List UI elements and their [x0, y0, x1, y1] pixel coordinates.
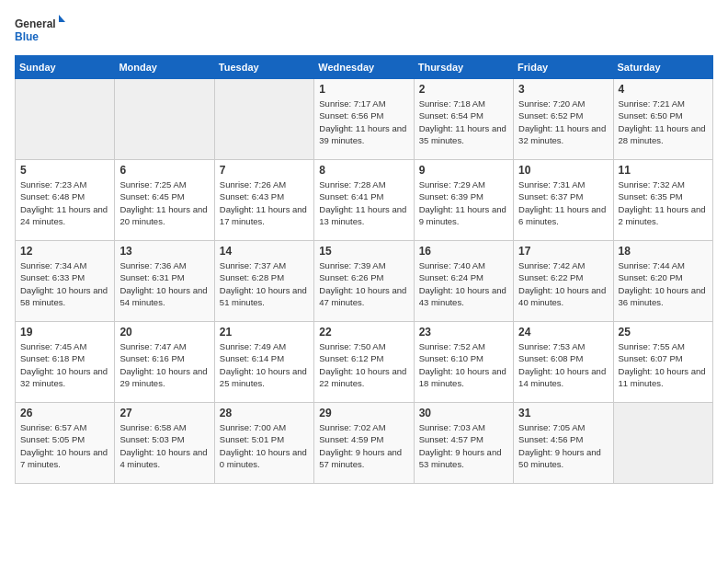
- day-info: Sunrise: 7:49 AM Sunset: 6:14 PM Dayligh…: [220, 340, 309, 389]
- day-cell: 17Sunrise: 7:42 AM Sunset: 6:22 PM Dayli…: [514, 241, 613, 322]
- day-cell: 26Sunrise: 6:57 AM Sunset: 5:05 PM Dayli…: [16, 403, 115, 484]
- day-cell: 16Sunrise: 7:40 AM Sunset: 6:24 PM Dayli…: [414, 241, 513, 322]
- day-info: Sunrise: 6:57 AM Sunset: 5:05 PM Dayligh…: [20, 421, 109, 470]
- day-info: Sunrise: 7:53 AM Sunset: 6:08 PM Dayligh…: [518, 340, 608, 389]
- day-number: 7: [220, 164, 309, 177]
- day-info: Sunrise: 7:39 AM Sunset: 6:26 PM Dayligh…: [319, 259, 408, 308]
- day-cell: 21Sunrise: 7:49 AM Sunset: 6:14 PM Dayli…: [214, 322, 313, 403]
- day-cell: 2Sunrise: 7:18 AM Sunset: 6:54 PM Daylig…: [414, 79, 513, 160]
- day-cell: 8Sunrise: 7:28 AM Sunset: 6:41 PM Daylig…: [314, 160, 414, 241]
- week-row-2: 5Sunrise: 7:23 AM Sunset: 6:48 PM Daylig…: [16, 160, 713, 241]
- day-info: Sunrise: 7:21 AM Sunset: 6:50 PM Dayligh…: [619, 98, 708, 146]
- day-info: Sunrise: 7:52 AM Sunset: 6:10 PM Dayligh…: [419, 340, 508, 389]
- day-info: Sunrise: 7:31 AM Sunset: 6:37 PM Dayligh…: [518, 178, 608, 227]
- day-info: Sunrise: 7:47 AM Sunset: 6:16 PM Dayligh…: [119, 340, 209, 389]
- day-info: Sunrise: 7:03 AM Sunset: 4:57 PM Dayligh…: [419, 421, 508, 470]
- week-row-4: 19Sunrise: 7:45 AM Sunset: 6:18 PM Dayli…: [16, 322, 713, 403]
- day-cell: 29Sunrise: 7:02 AM Sunset: 4:59 PM Dayli…: [314, 403, 414, 484]
- day-cell: 31Sunrise: 7:05 AM Sunset: 4:56 PM Dayli…: [514, 403, 613, 484]
- day-info: Sunrise: 7:32 AM Sunset: 6:35 PM Dayligh…: [619, 178, 708, 227]
- day-number: 13: [119, 245, 209, 258]
- day-number: 11: [619, 164, 708, 177]
- day-cell: 9Sunrise: 7:29 AM Sunset: 6:39 PM Daylig…: [414, 160, 513, 241]
- day-number: 20: [119, 326, 209, 339]
- day-info: Sunrise: 7:42 AM Sunset: 6:22 PM Dayligh…: [518, 259, 608, 308]
- day-cell: [16, 79, 115, 160]
- day-info: Sunrise: 7:00 AM Sunset: 5:01 PM Dayligh…: [220, 421, 309, 470]
- calendar-table: SundayMondayTuesdayWednesdayThursdayFrid…: [15, 55, 713, 484]
- header-cell-friday: Friday: [514, 56, 613, 79]
- day-number: 2: [419, 83, 508, 96]
- logo: General Blue: [15, 15, 65, 44]
- day-info: Sunrise: 7:29 AM Sunset: 6:39 PM Dayligh…: [419, 178, 508, 227]
- day-number: 30: [419, 407, 508, 419]
- day-cell: 14Sunrise: 7:37 AM Sunset: 6:28 PM Dayli…: [214, 241, 313, 322]
- day-number: 3: [518, 83, 608, 96]
- day-cell: 10Sunrise: 7:31 AM Sunset: 6:37 PM Dayli…: [514, 160, 613, 241]
- header: General Blue: [15, 15, 713, 44]
- day-number: 19: [20, 326, 109, 339]
- day-cell: [613, 403, 712, 484]
- day-number: 5: [20, 164, 109, 177]
- day-number: 31: [518, 407, 608, 419]
- header-cell-monday: Monday: [115, 56, 214, 79]
- week-row-1: 1Sunrise: 7:17 AM Sunset: 6:56 PM Daylig…: [16, 79, 713, 160]
- day-cell: 30Sunrise: 7:03 AM Sunset: 4:57 PM Dayli…: [414, 403, 513, 484]
- day-cell: 4Sunrise: 7:21 AM Sunset: 6:50 PM Daylig…: [613, 79, 712, 160]
- week-row-5: 26Sunrise: 6:57 AM Sunset: 5:05 PM Dayli…: [16, 403, 713, 484]
- day-number: 9: [419, 164, 508, 177]
- header-cell-wednesday: Wednesday: [314, 56, 414, 79]
- day-cell: 23Sunrise: 7:52 AM Sunset: 6:10 PM Dayli…: [414, 322, 513, 403]
- header-cell-sunday: Sunday: [16, 56, 115, 79]
- svg-marker-2: [59, 15, 65, 22]
- header-row: SundayMondayTuesdayWednesdayThursdayFrid…: [16, 56, 713, 79]
- header-cell-thursday: Thursday: [414, 56, 513, 79]
- day-number: 10: [518, 164, 608, 177]
- day-info: Sunrise: 7:26 AM Sunset: 6:43 PM Dayligh…: [220, 178, 309, 227]
- day-number: 29: [319, 407, 408, 419]
- day-cell: 28Sunrise: 7:00 AM Sunset: 5:01 PM Dayli…: [214, 403, 313, 484]
- day-number: 21: [220, 326, 309, 339]
- day-info: Sunrise: 7:20 AM Sunset: 6:52 PM Dayligh…: [518, 98, 608, 146]
- day-cell: 18Sunrise: 7:44 AM Sunset: 6:20 PM Dayli…: [613, 241, 712, 322]
- day-info: Sunrise: 7:17 AM Sunset: 6:56 PM Dayligh…: [319, 98, 408, 146]
- day-cell: 25Sunrise: 7:55 AM Sunset: 6:07 PM Dayli…: [613, 322, 712, 403]
- header-cell-tuesday: Tuesday: [214, 56, 313, 79]
- day-number: 1: [319, 83, 408, 96]
- day-cell: 7Sunrise: 7:26 AM Sunset: 6:43 PM Daylig…: [214, 160, 313, 241]
- day-number: 23: [419, 326, 508, 339]
- day-info: Sunrise: 7:25 AM Sunset: 6:45 PM Dayligh…: [119, 178, 209, 227]
- day-info: Sunrise: 7:40 AM Sunset: 6:24 PM Dayligh…: [419, 259, 508, 308]
- day-info: Sunrise: 7:45 AM Sunset: 6:18 PM Dayligh…: [20, 340, 109, 389]
- day-cell: 13Sunrise: 7:36 AM Sunset: 6:31 PM Dayli…: [115, 241, 214, 322]
- day-info: Sunrise: 7:18 AM Sunset: 6:54 PM Dayligh…: [419, 98, 508, 146]
- day-cell: 20Sunrise: 7:47 AM Sunset: 6:16 PM Dayli…: [115, 322, 214, 403]
- day-cell: 3Sunrise: 7:20 AM Sunset: 6:52 PM Daylig…: [514, 79, 613, 160]
- day-number: 18: [619, 245, 708, 258]
- day-number: 12: [20, 245, 109, 258]
- day-cell: 11Sunrise: 7:32 AM Sunset: 6:35 PM Dayli…: [613, 160, 712, 241]
- week-row-3: 12Sunrise: 7:34 AM Sunset: 6:33 PM Dayli…: [16, 241, 713, 322]
- day-cell: 19Sunrise: 7:45 AM Sunset: 6:18 PM Dayli…: [16, 322, 115, 403]
- logo-svg: General Blue: [15, 15, 65, 44]
- day-cell: 15Sunrise: 7:39 AM Sunset: 6:26 PM Dayli…: [314, 241, 414, 322]
- day-info: Sunrise: 7:50 AM Sunset: 6:12 PM Dayligh…: [319, 340, 408, 389]
- day-cell: 12Sunrise: 7:34 AM Sunset: 6:33 PM Dayli…: [16, 241, 115, 322]
- day-number: 26: [20, 407, 109, 419]
- day-number: 17: [518, 245, 608, 258]
- day-info: Sunrise: 7:28 AM Sunset: 6:41 PM Dayligh…: [319, 178, 408, 227]
- day-number: 4: [619, 83, 708, 96]
- day-cell: 5Sunrise: 7:23 AM Sunset: 6:48 PM Daylig…: [16, 160, 115, 241]
- day-info: Sunrise: 7:34 AM Sunset: 6:33 PM Dayligh…: [20, 259, 109, 308]
- day-info: Sunrise: 7:55 AM Sunset: 6:07 PM Dayligh…: [619, 340, 708, 389]
- day-info: Sunrise: 7:37 AM Sunset: 6:28 PM Dayligh…: [220, 259, 309, 308]
- day-info: Sunrise: 7:44 AM Sunset: 6:20 PM Dayligh…: [619, 259, 708, 308]
- day-cell: 1Sunrise: 7:17 AM Sunset: 6:56 PM Daylig…: [314, 79, 414, 160]
- day-number: 8: [319, 164, 408, 177]
- day-number: 25: [619, 326, 708, 339]
- day-info: Sunrise: 7:23 AM Sunset: 6:48 PM Dayligh…: [20, 178, 109, 227]
- day-number: 16: [419, 245, 508, 258]
- day-cell: [214, 79, 313, 160]
- day-info: Sunrise: 7:02 AM Sunset: 4:59 PM Dayligh…: [319, 421, 408, 470]
- day-number: 27: [119, 407, 209, 419]
